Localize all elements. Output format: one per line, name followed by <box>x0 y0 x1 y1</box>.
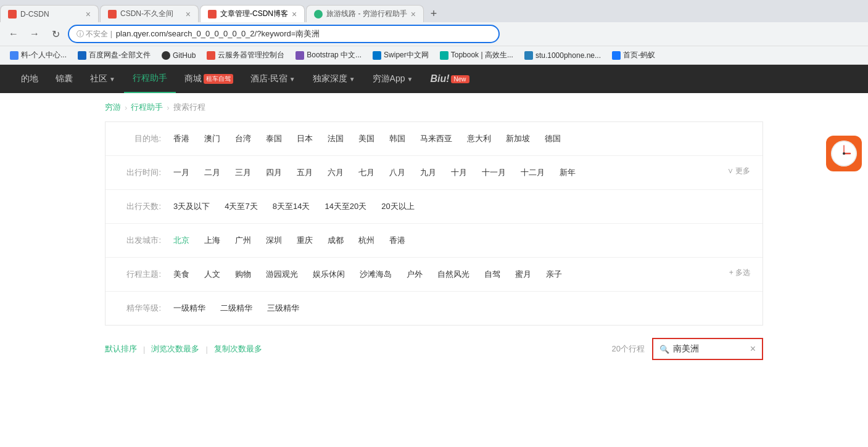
nav-tips[interactable]: 锦囊 <box>47 65 81 93</box>
filter-opt-aug[interactable]: 八月 <box>383 166 411 179</box>
address-box[interactable]: ⓘ 不安全 | plan.qyer.com/search_0_0_0_0_0_0… <box>68 25 500 43</box>
filter-opt-kr[interactable]: 韩国 <box>383 132 411 146</box>
nav-shop[interactable]: 商城 租车自驾 <box>176 65 242 93</box>
filter-opt-guangzhou[interactable]: 广州 <box>229 234 257 247</box>
filter-opt-hk-city[interactable]: 香港 <box>383 234 411 247</box>
filter-opt-selfdriving[interactable]: 自驾 <box>478 268 506 281</box>
filter-opt-4to7[interactable]: 4天至7天 <box>218 200 263 213</box>
forward-button[interactable]: → <box>26 25 43 43</box>
filter-opt-nov[interactable]: 十一月 <box>476 166 512 179</box>
filter-opt-newyear[interactable]: 新年 <box>553 166 582 179</box>
filter-opt-tw[interactable]: 台湾 <box>229 132 257 146</box>
filter-opt-macao[interactable]: 澳门 <box>198 132 226 146</box>
filter-opt-shopping[interactable]: 购物 <box>229 268 257 281</box>
filter-opt-14to20[interactable]: 14天至20天 <box>318 200 373 213</box>
nav-destination[interactable]: 的地 <box>12 65 47 93</box>
filter-opt-food[interactable]: 美食 <box>167 268 196 281</box>
filter-opt-de[interactable]: 德国 <box>539 132 567 146</box>
tab-close-3[interactable]: × <box>292 9 297 19</box>
filter-opt-thai[interactable]: 泰国 <box>260 132 288 146</box>
filter-opt-20plus[interactable]: 20天以上 <box>375 200 420 213</box>
filter-opt-beach[interactable]: 沙滩海岛 <box>353 268 398 281</box>
bookmark-6[interactable]: Swiper中文网 <box>368 49 434 62</box>
filter-opt-shanghai[interactable]: 上海 <box>198 234 226 247</box>
bookmark-7[interactable]: Topbook | 高效生... <box>435 49 518 62</box>
bookmark-5[interactable]: Bootstrap 中文... <box>291 49 366 62</box>
filter-opt-feb[interactable]: 二月 <box>198 166 226 179</box>
tab-2[interactable]: CSDN-不久全间 × <box>100 5 199 22</box>
nav-exclusive[interactable]: 独家深度 ▼ <box>304 65 364 93</box>
filter-opt-3days[interactable]: 3天及以下 <box>167 200 216 213</box>
nav-biu[interactable]: Biu! New <box>421 65 477 93</box>
tab-close-1[interactable]: × <box>86 9 91 19</box>
filter-opt-entertainment[interactable]: 娱乐休闲 <box>307 268 351 281</box>
tab-4[interactable]: 旅游线路 - 穷游行程助手 × <box>306 5 424 22</box>
sort-default[interactable]: 默认排序 <box>105 343 137 355</box>
nav-app-arrow: ▼ <box>407 76 413 83</box>
filter-multiselect-theme[interactable]: + 多选 <box>729 268 750 278</box>
bookmark-2[interactable]: 百度网盘-全部文件 <box>73 49 155 62</box>
filter-opt-my[interactable]: 马来西亚 <box>414 132 458 146</box>
filter-opt-family[interactable]: 亲子 <box>540 268 568 281</box>
filter-opt-oct[interactable]: 十月 <box>445 166 473 179</box>
filter-opt-q2[interactable]: 二级精华 <box>214 301 258 315</box>
filter-opt-honeymoon[interactable]: 蜜月 <box>509 268 537 281</box>
nav-shop-badge: 租车自驾 <box>204 74 233 84</box>
filter-opt-jp[interactable]: 日本 <box>291 132 319 146</box>
nav-hotel[interactable]: 酒店·民宿 ▼ <box>242 65 304 93</box>
tab-3[interactable]: 文章管理-CSDN博客 × <box>200 5 305 22</box>
filter-opt-mar[interactable]: 三月 <box>229 166 257 179</box>
filter-opt-sightseeing[interactable]: 游园观光 <box>260 268 304 281</box>
filter-opt-nature[interactable]: 自然风光 <box>431 268 476 281</box>
sort-copies[interactable]: 复制次数最多 <box>214 343 262 355</box>
bookmark-3[interactable]: GitHub <box>157 50 200 61</box>
filter-more-time[interactable]: ∨ 更多 <box>727 166 750 176</box>
sort-views[interactable]: 浏览次数最多 <box>151 343 199 355</box>
tab-1[interactable]: D-CSDN × <box>0 5 99 22</box>
filter-opt-apr[interactable]: 四月 <box>260 166 288 179</box>
filter-opt-it[interactable]: 意大利 <box>461 132 497 146</box>
filter-opt-us[interactable]: 美国 <box>352 132 381 146</box>
nav-app[interactable]: 穷游App ▼ <box>364 65 422 93</box>
filter-opt-outdoor[interactable]: 户外 <box>400 268 429 281</box>
filter-opt-hangzhou[interactable]: 杭州 <box>352 234 381 247</box>
filter-row-days: 出行天数: 3天及以下 4天至7天 8天至14天 14天至20天 20天以上 <box>105 190 763 224</box>
filter-opt-sep[interactable]: 九月 <box>414 166 442 179</box>
search-box[interactable]: 🔍 南美洲 × <box>652 338 763 360</box>
search-clear-button[interactable]: × <box>750 343 756 355</box>
filter-opt-8to14[interactable]: 8天至14天 <box>267 200 316 213</box>
filter-opt-chengdu[interactable]: 成都 <box>321 234 350 247</box>
filter-opt-dec[interactable]: 十二月 <box>515 166 551 179</box>
filter-opt-sg[interactable]: 新加坡 <box>500 132 536 146</box>
filter-opt-q1[interactable]: 一级精华 <box>167 301 212 315</box>
reload-button[interactable]: ↻ <box>47 25 64 43</box>
bookmark-8[interactable]: stu.1000phone.ne... <box>519 50 606 61</box>
filter-opt-may[interactable]: 五月 <box>291 166 319 179</box>
nav-trip-assistant[interactable]: 行程助手 <box>124 65 176 93</box>
filter-opt-culture[interactable]: 人文 <box>198 268 226 281</box>
svg-point-3 <box>843 152 845 155</box>
tab-close-4[interactable]: × <box>411 9 416 19</box>
bookmark-label-2: 百度网盘-全部文件 <box>89 50 151 60</box>
filter-opt-beijing[interactable]: 北京 <box>167 234 196 247</box>
bookmark-label-8: stu.1000phone.ne... <box>535 51 601 60</box>
filter-opt-fr[interactable]: 法国 <box>321 132 350 146</box>
breadcrumb-link-1[interactable]: 穷游 <box>105 102 121 113</box>
filter-opt-chongqing[interactable]: 重庆 <box>291 234 319 247</box>
filter-opt-jun[interactable]: 六月 <box>321 166 350 179</box>
filter-opt-hk[interactable]: 香港 <box>167 132 196 146</box>
tab-close-2[interactable]: × <box>186 9 191 19</box>
tab-favicon-3 <box>208 10 217 18</box>
filter-opt-jan[interactable]: 一月 <box>167 166 196 179</box>
nav-community[interactable]: 社区 ▼ <box>81 65 124 93</box>
search-input-value[interactable]: 南美洲 <box>673 343 699 355</box>
breadcrumb-link-2[interactable]: 行程助手 <box>131 102 163 113</box>
filter-opt-jul[interactable]: 七月 <box>352 166 381 179</box>
filter-opt-q3[interactable]: 三级精华 <box>261 301 305 315</box>
back-button[interactable]: ← <box>5 25 22 43</box>
new-tab-button[interactable]: + <box>425 5 442 22</box>
bookmark-9[interactable]: 首页-蚂蚁 <box>607 49 660 62</box>
bookmark-1[interactable]: 料-个人中心... <box>5 49 72 62</box>
filter-opt-shenzhen[interactable]: 深圳 <box>260 234 288 247</box>
bookmark-4[interactable]: 云服务器管理控制台 <box>202 49 289 62</box>
